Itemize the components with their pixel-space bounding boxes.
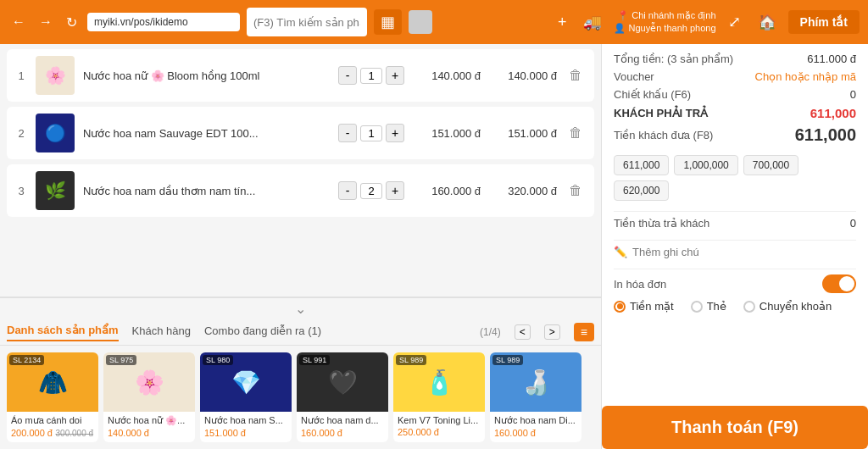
payment-methods: Tiền mặt Thẻ Chuyển khoản xyxy=(614,300,856,313)
payment-method-option[interactable]: Tiền mặt xyxy=(614,300,674,313)
qty-input[interactable] xyxy=(360,183,382,199)
cart-area: 1 🌸 Nước hoa nữ 🌸 Bloom hồng 100ml - + 1… xyxy=(0,44,601,297)
quick-amount-button[interactable]: 620,000 xyxy=(614,180,669,201)
khach-phai-tra-row: KHÁCH PHẢI TRẢ 611,000 xyxy=(614,106,856,120)
product-price: 160.000 đ xyxy=(301,428,342,438)
delete-item-button[interactable]: 🗑 xyxy=(565,66,586,85)
forward-button[interactable]: → xyxy=(36,13,56,31)
item-name: Nước hoa nam dầu thơm nam tín... xyxy=(83,185,330,197)
qty-increase-button[interactable]: + xyxy=(386,66,404,85)
product-info: Nước hoa nam Di... 160.000 đ xyxy=(490,412,581,442)
qty-decrease-button[interactable]: - xyxy=(338,124,357,142)
stock-badge: SL 991 xyxy=(299,355,330,365)
payment-method-label: Chuyển khoản xyxy=(760,300,832,313)
next-page-button[interactable]: > xyxy=(544,324,560,340)
stock-badge: SL 2134 xyxy=(9,355,44,365)
qty-increase-button[interactable]: + xyxy=(386,181,404,200)
prev-page-button[interactable]: < xyxy=(515,324,531,340)
url-text: myiki.vn/pos/ikidemo xyxy=(94,16,188,28)
barcode-button[interactable]: ▦ xyxy=(374,9,402,35)
delete-item-button[interactable]: 🗑 xyxy=(565,181,586,200)
total-value: 611.000 đ xyxy=(807,53,856,65)
print-label: In hóa đơn xyxy=(614,278,666,291)
quick-amount-button[interactable]: 1,000,000 xyxy=(674,155,737,175)
item-unit-price: 160.000 đ xyxy=(413,185,481,197)
right-panel: Tổng tiền: (3 sản phẩm) 611.000 đ Vouche… xyxy=(601,44,868,449)
item-total-price: 140.000 đ xyxy=(489,69,557,82)
delete-item-button[interactable]: 🗑 xyxy=(565,124,586,142)
tien-khach-label: Tiền khách đưa (F8) xyxy=(614,129,713,141)
qty-increase-button[interactable]: + xyxy=(386,124,404,142)
product-info: Áo mưa cánh doi 200.000 đ 300.000 đ xyxy=(7,412,98,442)
product-name: Kem V7 Toning Li... xyxy=(398,415,481,425)
qty-input[interactable] xyxy=(360,68,382,84)
left-panel: 1 🌸 Nước hoa nữ 🌸 Bloom hồng 100ml - + 1… xyxy=(0,44,601,449)
qty-input[interactable] xyxy=(360,125,382,141)
product-card[interactable]: 🖤 SL 991 Nước hoa nam d... 160.000 đ xyxy=(297,352,388,442)
voucher-row: Voucher Chọn hoặc nhập mã xyxy=(614,70,856,83)
product-card[interactable]: 🧥 SL 2134 Áo mưa cánh doi 200.000 đ 300.… xyxy=(7,352,98,442)
change-label: Tiền thừa trả khách xyxy=(614,217,709,230)
quick-amount-button[interactable]: 700,000 xyxy=(743,155,798,175)
reload-button[interactable]: ↻ xyxy=(63,13,81,32)
print-toggle[interactable] xyxy=(822,274,856,293)
quick-amounts: 611,0001,000,000700,000620,000 xyxy=(614,155,856,201)
product-card[interactable]: 🍶 SL 989 Nước hoa nam Di... 160.000 đ xyxy=(490,352,581,442)
tab-item[interactable]: Danh sách sản phẩm xyxy=(7,324,119,341)
tien-khach-value: 611,000 xyxy=(795,125,856,145)
tien-khach-row: Tiền khách đưa (F8) 611,000 xyxy=(614,125,856,145)
product-price: 250.000 đ xyxy=(398,427,439,437)
cart-item: 3 🌿 Nước hoa nam dầu thơm nam tín... - +… xyxy=(7,164,594,217)
color-swatch xyxy=(409,10,432,34)
voucher-link[interactable]: Chọn hoặc nhập mã xyxy=(755,70,856,83)
note-input[interactable] xyxy=(632,246,856,258)
cart-item: 2 🔵 Nước hoa nam Sauvage EDT 100... - + … xyxy=(7,107,594,159)
fullscreen-button[interactable]: ⤢ xyxy=(723,11,746,33)
qty-decrease-button[interactable]: - xyxy=(338,181,357,200)
product-card[interactable]: 🧴 SL 989 Kem V7 Toning Li... 250.000 đ xyxy=(393,352,485,442)
page-info: (1/4) xyxy=(480,326,501,338)
item-unit-price: 140.000 đ xyxy=(413,69,481,82)
khach-phai-tra-label: KHÁCH PHẢI TRẢ xyxy=(614,107,708,119)
discount-value: 0 xyxy=(850,88,856,101)
bottom-area: ⌄ Danh sách sản phẩmKhách hàngCombo đang… xyxy=(0,297,601,449)
payment-method-option[interactable]: Thẻ xyxy=(691,300,726,313)
item-image: 🔵 xyxy=(36,114,75,152)
voucher-label: Voucher xyxy=(614,70,654,83)
delivery-button[interactable]: 🚚 xyxy=(578,11,607,33)
tab-item[interactable]: Combo đang diễn ra (1) xyxy=(204,324,321,341)
search-input[interactable] xyxy=(253,16,360,29)
product-card[interactable]: 🌸 SL 975 Nước hoa nữ 🌸... 140.000 đ xyxy=(103,352,195,442)
stock-badge: SL 975 xyxy=(106,355,136,365)
qty-decrease-button[interactable]: - xyxy=(338,66,357,85)
main-area: 1 🌸 Nước hoa nữ 🌸 Bloom hồng 100ml - + 1… xyxy=(0,44,868,449)
divider xyxy=(614,211,856,212)
add-button[interactable]: + xyxy=(553,12,572,33)
product-card[interactable]: 💎 SL 980 Nước hoa nam S... 151.000 đ xyxy=(200,352,292,442)
quick-amount-button[interactable]: 611,000 xyxy=(614,155,669,175)
toggle-knob xyxy=(839,276,854,291)
home-button[interactable]: 🏠 xyxy=(753,11,782,33)
item-number: 3 xyxy=(15,185,27,197)
note-row: ✏️ xyxy=(614,246,856,258)
phimtat-button[interactable]: Phím tắt xyxy=(788,10,860,34)
back-button[interactable]: ← xyxy=(8,13,29,31)
product-image: 🌸 SL 975 xyxy=(103,352,195,412)
checkout-button[interactable]: Thanh toán (F9) xyxy=(602,406,868,449)
filter-button[interactable]: ≡ xyxy=(574,323,594,341)
qty-ctrl: - + xyxy=(338,124,404,142)
item-unit-price: 151.000 đ xyxy=(413,127,481,140)
search-box[interactable] xyxy=(247,8,367,36)
product-image: 💎 SL 980 xyxy=(200,352,292,412)
payment-method-option[interactable]: Chuyển khoản xyxy=(743,300,832,313)
product-image: 🧥 SL 2134 xyxy=(7,352,98,412)
tab-item[interactable]: Khách hàng xyxy=(132,324,191,341)
discount-row: Chiết khấu (F6) 0 xyxy=(614,88,856,101)
divider2 xyxy=(614,240,856,241)
product-image: 🍶 SL 989 xyxy=(490,352,581,412)
stock-badge: SL 989 xyxy=(396,355,426,365)
collapse-button[interactable]: ⌄ xyxy=(0,298,601,319)
item-number: 1 xyxy=(15,69,27,82)
change-row: Tiền thừa trả khách 0 xyxy=(614,217,856,230)
product-name: Nước hoa nam Di... xyxy=(494,415,577,426)
